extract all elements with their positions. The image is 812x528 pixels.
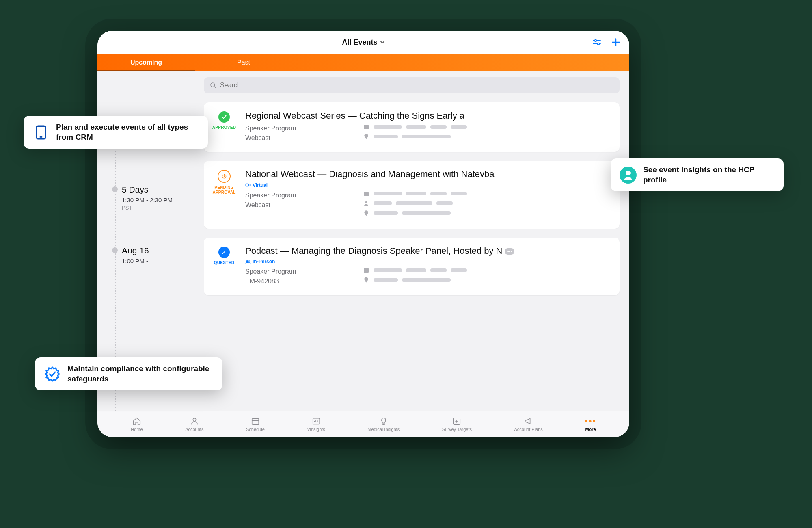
add-button[interactable] [611,37,621,48]
megaphone-icon [524,417,533,426]
tab-bar: Upcoming Past [97,54,629,71]
svg-rect-8 [364,125,369,129]
callout-plan-execute: Plan and execute events of all types fro… [24,116,208,149]
tab-past[interactable]: Past [195,54,292,71]
pin-icon [363,210,369,216]
status-column: APPROVED [212,110,236,143]
nav-schedule[interactable]: Schedule [246,416,265,432]
user-circle-icon [620,167,637,184]
chevron-down-icon [380,40,385,45]
chart-icon [312,417,321,426]
timeline-item[interactable]: Aug 16 1:00 PM - [111,246,197,265]
search-input[interactable] [220,82,614,89]
video-icon [245,182,251,188]
svg-rect-19 [313,418,320,424]
home-icon [132,417,141,426]
person-icon [363,200,369,207]
header: All Events [97,31,629,54]
callout-text: Maintain compliance with configurable sa… [67,364,214,384]
clock-circle-icon [218,170,231,183]
event-card[interactable]: APPROVED Regional Webcast Series — Catch… [204,102,620,152]
bulb-icon [379,417,388,426]
calendar-icon [363,190,369,197]
callout-text: See event insights on the HCP profile [643,165,775,185]
pin-icon [363,133,369,140]
event-title: Podcast — Managing the Diagnosis Speaker… [245,246,611,256]
event-title: National Webcast — Diagnosis and Managem… [245,169,611,180]
timeline-tz: PST [122,205,197,211]
header-title-dropdown[interactable]: All Events [342,38,384,47]
event-details-placeholder [363,123,611,143]
svg-line-7 [214,87,216,88]
overflow-icon[interactable]: ••• [505,248,514,255]
status-label: QUESTED [214,260,234,265]
plus-square-icon [452,417,461,426]
bottom-nav: Home Accounts Schedule Vinsights Medical… [97,411,629,437]
timeline-label: Aug 16 [122,246,197,255]
timeline-time: 1:30 PM - 2:30 PM [122,196,197,204]
svg-point-12 [365,201,367,203]
main-column: APPROVED Regional Webcast Series — Catch… [204,71,629,411]
virtual-badge: Virtual [245,182,268,188]
svg-point-3 [598,43,599,45]
calendar-icon [363,123,369,130]
status-label: APPROVED [212,125,236,130]
calendar-icon [363,267,369,273]
search-bar[interactable] [204,77,620,93]
accounts-icon [190,417,199,426]
svg-point-14 [248,260,249,261]
event-subtype: Speaker Program [245,267,347,277]
header-title-text: All Events [342,38,377,47]
event-format: Webcast [245,133,347,143]
check-circle-icon [218,111,230,123]
nav-home[interactable]: Home [131,416,143,432]
nav-account-plans[interactable]: Account Plans [514,416,543,432]
pin-icon [363,277,369,283]
nav-medical-insights[interactable]: Medical Insights [367,416,400,432]
svg-rect-11 [364,192,369,196]
timeline-time: 1:00 PM - [122,257,197,265]
edit-circle-icon [218,247,230,258]
timeline-item[interactable]: 5 Days 1:30 PM - 2:30 PM PST [111,185,197,210]
timeline-label: 5 Days [122,185,197,195]
event-details-placeholder [363,190,611,220]
tab-upcoming[interactable]: Upcoming [97,54,195,71]
status-label: PENDING APPROVAL [212,185,236,195]
status-column: QUESTED [212,246,236,287]
event-details-placeholder [363,267,611,286]
svg-point-13 [246,260,248,261]
svg-rect-17 [252,419,259,425]
svg-point-2 [595,40,596,41]
event-subtype: Speaker Program [245,190,347,200]
inperson-badge: In-Person [245,259,275,264]
callout-event-insights: See event insights on the HCP profile [611,158,784,191]
filter-button[interactable] [592,37,602,47]
nav-accounts[interactable]: Accounts [185,416,203,432]
status-column: PENDING APPROVAL [212,169,236,220]
nav-more[interactable]: •••More [585,416,596,432]
sliders-icon [592,37,602,47]
event-title: Regional Webcast Series — Catching the S… [245,110,611,121]
nav-survey-targets[interactable]: Survey Targets [442,416,472,432]
event-subtype: Speaker Program [245,123,347,133]
event-id: EM-942083 [245,277,347,286]
svg-point-26 [626,171,631,175]
plus-icon [611,37,621,48]
svg-point-16 [193,418,196,421]
nav-vinsights[interactable]: Vinsights [307,416,325,432]
timeline-dot [112,247,118,253]
people-icon [245,259,251,264]
timeline-dot [112,186,118,192]
tablet-icon [32,124,50,141]
svg-rect-10 [246,184,249,186]
event-card[interactable]: QUESTED Podcast — Managing the Diagnosis… [204,238,620,296]
seal-check-icon [44,366,61,383]
search-icon [209,82,217,89]
callout-compliance: Maintain compliance with configurable sa… [35,357,222,390]
calendar-icon [251,417,260,426]
event-format: Webcast [245,200,347,210]
callout-text: Plan and execute events of all types fro… [56,122,199,142]
svg-rect-15 [364,268,369,273]
more-icon: ••• [586,416,596,426]
event-card[interactable]: PENDING APPROVAL National Webcast — Diag… [204,161,620,229]
